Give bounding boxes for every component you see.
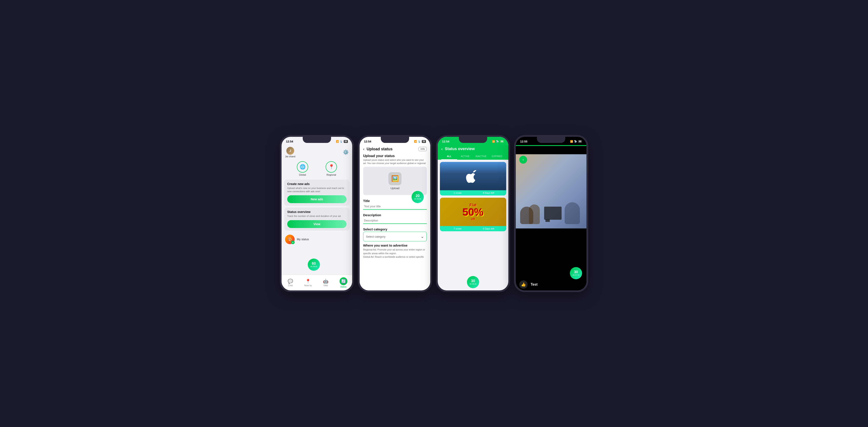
tab-inactive[interactable]: INACTIVE — [473, 153, 489, 160]
timer-4: 30 00:57:14 — [570, 267, 582, 279]
category-icons-row: 🌐 Global 📍 Regional — [282, 159, 352, 178]
back-button-2[interactable]: ‹ — [363, 147, 365, 151]
wifi-icon-2: 📡 — [418, 140, 421, 143]
status-icons-1: 📶 📡 99 — [336, 140, 348, 143]
view-button[interactable]: View — [287, 220, 346, 228]
global-item[interactable]: 🌐 Global — [297, 161, 308, 176]
username-label: Jai chand — [285, 155, 295, 158]
nearby-icon: 📍 — [305, 279, 311, 284]
nav-nearby-label: Near by — [304, 284, 312, 287]
ad-bar-2: 7 views 0 Days left — [440, 226, 506, 231]
status-overview-card: Status overview Track the number of view… — [284, 208, 350, 231]
wifi-icon-4: 📡 — [574, 140, 577, 143]
nav-vikki-label: Vikki — [323, 284, 328, 287]
nav-nearby[interactable]: 📍 Near by — [299, 279, 317, 287]
ad-card-2[interactable]: Flat 50% off 7 views 0 Days left — [440, 198, 506, 231]
bottom-nav-1: 💬 Chat 📍 Near by 🤖 Vikki 🔄 Status — [282, 275, 352, 291]
p4-bottom-bar: 👍 Test — [516, 278, 586, 291]
wifi-icon: 📡 — [340, 140, 343, 143]
settings-icon[interactable]: ⚙️ — [343, 149, 349, 155]
back-button-3[interactable]: ‹ — [441, 146, 443, 151]
nav-status-label: Status — [340, 285, 346, 288]
p1-header: J Jai chand ⚙️ — [282, 145, 352, 159]
notch-4 — [537, 137, 565, 143]
status-overview-title: Status overview — [287, 210, 346, 214]
notch-3 — [459, 137, 487, 143]
create-ads-desc: Upload what's new on your business and r… — [287, 187, 346, 193]
where-title: Where you want to advertise — [360, 241, 430, 248]
category-placeholder: Select category — [366, 235, 385, 238]
status-icons-4: 📶 📡 99 — [570, 140, 582, 143]
screen-2: ‹ Upload status Info Upload your status … — [360, 145, 430, 291]
ad-card-1[interactable]: 1 views 4 Days left — [440, 162, 506, 195]
battery-3: 99 — [500, 140, 504, 143]
my-status-icon: 🎨 + — [285, 235, 294, 244]
my-status-row[interactable]: 🎨 + My status — [282, 233, 352, 246]
apple-logo-icon — [464, 167, 482, 185]
info-badge[interactable]: Info — [418, 147, 427, 151]
p3-tabs: ALL ACTIVE INACTIVE EXPIRED — [441, 153, 505, 160]
time-1: 12:54 — [286, 140, 293, 143]
upload-placeholder-icon: 🖼️ — [389, 172, 402, 185]
nav-vikki[interactable]: 🤖 Vikki — [317, 279, 335, 287]
phone-2: 12:54 📶 📡 99 ‹ Upload status Info Upload… — [358, 135, 432, 292]
p3-page-title: Status overview — [445, 147, 475, 151]
vikki-icon: 🤖 — [323, 279, 329, 284]
upload-subtitle: Upload your status — [360, 153, 430, 158]
tab-expired[interactable]: EXPIRED — [489, 153, 505, 160]
ad-days-1: 4 Days left — [473, 191, 504, 194]
avatar-1: J — [286, 147, 294, 155]
tab-active[interactable]: ACTIVE — [457, 153, 473, 160]
timer-sub-2: 00:56:40 — [414, 198, 421, 200]
create-ads-title: Create new ads — [287, 182, 346, 186]
title-input[interactable] — [363, 203, 427, 210]
test-label: Test — [531, 282, 537, 286]
screen-4: ‹ 👍 Test — [516, 146, 586, 291]
timer-num-1: 60 — [312, 262, 316, 266]
timer-circle-4: 30 00:57:14 — [570, 267, 582, 279]
signal-icon: 📶 — [336, 140, 339, 143]
ad-image-apple — [440, 162, 506, 190]
chat-icon: 💬 — [288, 279, 293, 284]
timer-circle-1: 60 00:56:33 — [308, 258, 320, 271]
plus-badge: + — [291, 241, 294, 244]
status-icons-3: 📶 📡 99 — [492, 140, 504, 143]
screen-3: ‹ Status overview ALL ACTIVE INACTIVE EX… — [438, 145, 508, 291]
p3-header: ‹ Status overview ALL ACTIVE INACTIVE EX… — [438, 145, 508, 160]
signal-icon-3: 📶 — [492, 140, 495, 143]
status-overview-desc: Track the number of views and duration o… — [287, 214, 346, 218]
new-ads-button[interactable]: New ads — [287, 195, 346, 203]
timer-num-3: 30 — [471, 279, 475, 283]
global-circle: 🌐 — [297, 161, 308, 173]
phone-4: 12:55 📶 📡 99 ‹ — [514, 135, 588, 292]
timer-sub-3: 00:56:49 — [469, 283, 476, 285]
ad-views-1: 1 views — [442, 191, 473, 194]
signal-icon-2: 📶 — [414, 140, 417, 143]
battery-4: 99 — [578, 140, 582, 143]
tab-all[interactable]: ALL — [441, 153, 457, 160]
ad-image-sale: Flat 50% off — [440, 198, 506, 226]
category-select[interactable]: Select category ⌄ — [363, 232, 427, 241]
desc-input[interactable] — [363, 217, 427, 224]
timer-sub-1: 00:56:33 — [310, 266, 317, 268]
timer-num-4: 30 — [574, 270, 578, 274]
p3-content: 1 views 4 Days left Flat 50% off 7 views… — [438, 160, 508, 236]
regional-label: Regional — [327, 174, 336, 176]
regional-text: Regional Ad: Promote your ad across your… — [360, 248, 430, 259]
back-button-4[interactable]: ‹ — [519, 156, 527, 164]
chevron-down-icon: ⌄ — [421, 234, 424, 239]
thumbs-up-button[interactable]: 👍 — [519, 280, 528, 289]
nav-status[interactable]: 🔄 Status — [335, 277, 352, 288]
nav-chat[interactable]: 💬 Chat — [282, 279, 299, 287]
p2-page-title: Upload status — [367, 147, 416, 151]
battery-2: 99 — [422, 140, 426, 143]
video-placeholder — [516, 154, 586, 228]
time-2: 12:54 — [364, 140, 371, 143]
regional-item[interactable]: 📍 Regional — [326, 161, 337, 176]
p3-header-row: ‹ Status overview — [441, 146, 505, 153]
category-field-label: Select category — [360, 226, 430, 232]
time-4: 12:55 — [520, 140, 527, 143]
ad-bar-1: 1 views 4 Days left — [440, 190, 506, 195]
timer-3: 30 00:56:49 — [467, 276, 479, 288]
video-area — [516, 154, 586, 228]
